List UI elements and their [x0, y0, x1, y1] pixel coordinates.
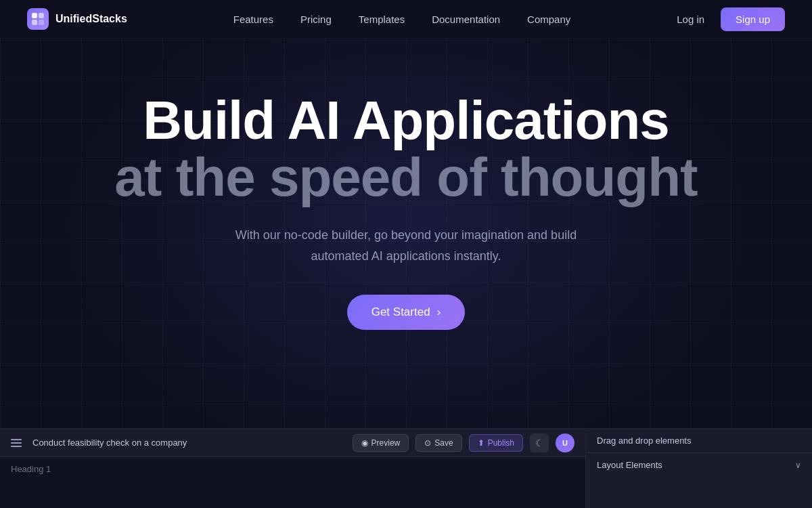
hero-title-line2: at the speed of thought	[114, 149, 697, 206]
get-started-button[interactable]: Get Started ›	[347, 295, 466, 330]
publish-label: Publish	[488, 438, 514, 448]
save-label: Save	[434, 438, 453, 448]
hero-title: Build AI Applications at the speed of th…	[114, 92, 697, 206]
svg-rect-1	[39, 13, 44, 18]
svg-rect-2	[32, 20, 37, 25]
heading-placeholder: Heading 1	[11, 464, 574, 474]
avatar-initials: U	[562, 439, 568, 447]
app-preview-strip: Conduct feasibility check on a company ◉…	[0, 428, 812, 508]
app-body: Heading 1	[0, 457, 585, 508]
nav-link-templates[interactable]: Templates	[359, 14, 405, 25]
signup-button[interactable]: Sign up	[721, 7, 785, 31]
layout-elements-row[interactable]: Layout Elements ∨	[586, 453, 812, 477]
hero-title-line1: Build AI Applications	[114, 92, 697, 149]
publish-icon: ⬆	[478, 438, 484, 448]
nav-links: Features Pricing Templates Documentation…	[233, 14, 571, 25]
logo[interactable]: UnifiedStacks	[27, 8, 127, 30]
preview-label: Preview	[371, 438, 401, 448]
hamburger-line-3	[11, 446, 22, 447]
logo-text: UnifiedStacks	[55, 13, 127, 25]
moon-icon: ☾	[535, 438, 544, 448]
nav-link-company[interactable]: Company	[527, 14, 570, 25]
get-started-label: Get Started	[371, 305, 430, 319]
publish-button[interactable]: ⬆ Publish	[469, 434, 523, 452]
save-icon: ⊙	[424, 438, 431, 448]
svg-rect-0	[32, 13, 37, 18]
hero-subtitle: With our no-code builder, go beyond your…	[217, 225, 595, 266]
app-actions: ◉ Preview ⊙ Save ⬆ Publish ☾ U	[353, 433, 574, 452]
save-button[interactable]: ⊙ Save	[415, 434, 461, 452]
preview-button[interactable]: ◉ Preview	[353, 434, 409, 452]
dark-mode-toggle[interactable]: ☾	[530, 433, 549, 452]
chevron-down-icon: ∨	[795, 461, 801, 470]
logo-icon	[27, 8, 49, 30]
preview-icon: ◉	[361, 438, 368, 448]
drag-drop-header: Drag and drop elements	[586, 429, 812, 453]
navigation: UnifiedStacks Features Pricing Templates…	[0, 0, 812, 38]
nav-link-documentation[interactable]: Documentation	[432, 14, 500, 25]
hamburger-icon[interactable]	[11, 439, 22, 447]
login-link[interactable]: Log in	[677, 14, 704, 25]
layout-elements-label: Layout Elements	[597, 460, 662, 470]
hamburger-line-2	[11, 442, 22, 444]
app-topbar: Conduct feasibility check on a company ◉…	[0, 429, 585, 457]
app-title: Conduct feasibility check on a company	[32, 438, 342, 448]
nav-actions: Log in Sign up	[677, 7, 785, 31]
user-avatar[interactable]: U	[556, 433, 574, 452]
hamburger-line-1	[11, 439, 22, 440]
nav-link-pricing[interactable]: Pricing	[300, 14, 332, 25]
app-preview-main: Conduct feasibility check on a company ◉…	[0, 429, 586, 508]
nav-link-features[interactable]: Features	[233, 14, 273, 25]
chevron-right-icon: ›	[437, 305, 441, 319]
right-panel: Drag and drop elements Layout Elements ∨	[586, 429, 812, 508]
svg-rect-3	[39, 20, 44, 25]
